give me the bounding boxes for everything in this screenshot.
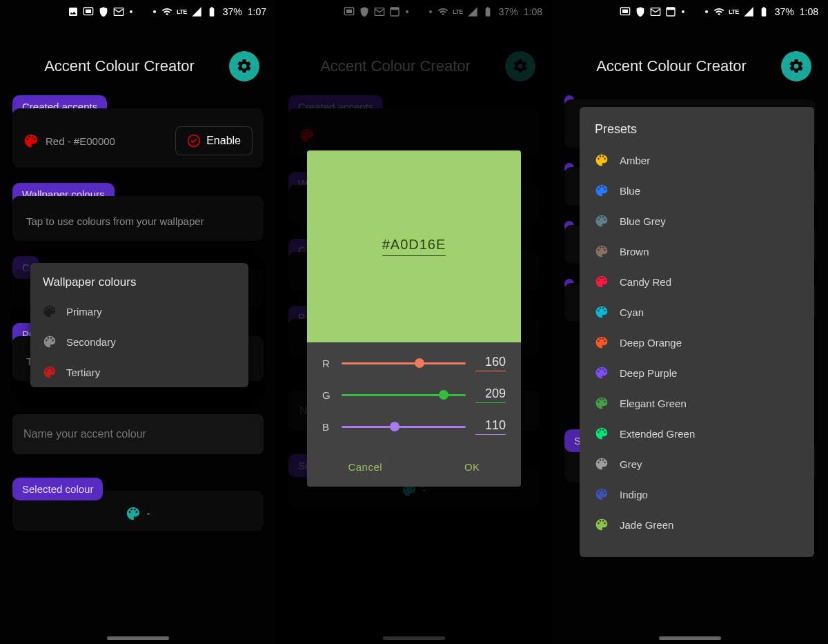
g-value[interactable]: 209	[475, 387, 506, 403]
preset-label: Deep Purple	[620, 367, 677, 379]
preset-label: Amber	[620, 155, 650, 166]
palette-icon	[595, 396, 609, 410]
palette-icon	[595, 184, 609, 197]
preset-label: Deep Orange	[620, 337, 682, 349]
ok-button[interactable]: OK	[464, 461, 480, 473]
enable-button[interactable]: Enable	[175, 126, 253, 155]
image-icon	[68, 6, 79, 17]
overflow-dot-icon	[682, 10, 684, 13]
preset-label: Indigo	[620, 489, 648, 500]
palette-icon	[595, 518, 609, 531]
page-title: Accent Colour Creator	[569, 57, 774, 75]
app-header: Accent Colour Creator	[0, 23, 276, 95]
r-value[interactable]: 160	[475, 355, 506, 371]
dot-icon	[705, 10, 708, 13]
preset-item[interactable]: Grey	[580, 449, 814, 479]
preset-item[interactable]: Blue	[580, 175, 814, 206]
mail-icon	[113, 6, 124, 17]
preset-label: Extended Green	[620, 428, 695, 440]
lte-label: LTE	[729, 8, 739, 15]
preset-item[interactable]: Indigo	[580, 479, 814, 509]
status-bar: LTE 37% 1:08	[552, 0, 828, 23]
color-picker-dialog: #A0D16E R 160 G 209 B 110 Cancel OK	[307, 150, 521, 487]
preset-item[interactable]: Deep Purple	[580, 358, 814, 388]
status-bar: LTE 37% 1:07	[0, 0, 276, 23]
battery-percent: 37%	[775, 6, 794, 17]
preset-item[interactable]: Blue Grey	[580, 206, 814, 236]
slider-row-g: G 209	[322, 387, 506, 403]
settings-button[interactable]	[781, 51, 811, 81]
palette-icon	[595, 335, 609, 349]
presets-sheet: Presets AmberBlueBlue GreyBrownCandy Red…	[580, 107, 814, 557]
palette-icon	[43, 304, 57, 318]
mail-icon	[650, 6, 661, 17]
preset-item[interactable]: Jade Green	[580, 509, 814, 540]
clock: 1:08	[800, 6, 818, 17]
battery-percent: 37%	[223, 6, 242, 17]
app-header: Accent Colour Creator	[552, 23, 828, 95]
palette-icon	[595, 275, 609, 289]
g-slider[interactable]	[342, 394, 466, 396]
palette-icon	[595, 214, 609, 228]
wallpaper-option-tertiary[interactable]: Tertiary	[30, 357, 248, 387]
nav-handle[interactable]	[107, 636, 169, 640]
cancel-button[interactable]: Cancel	[348, 461, 382, 473]
wifi-icon	[713, 6, 724, 17]
wifi-icon	[161, 6, 172, 17]
cast-icon	[620, 6, 631, 17]
slider-row-r: R 160	[322, 355, 506, 371]
wallpaper-card[interactable]: Tap to use colours from your wallpaper	[12, 196, 264, 241]
preset-label: Jade Green	[620, 519, 673, 531]
overflow-dot-icon	[130, 10, 132, 13]
preset-item[interactable]: Amber	[580, 145, 814, 175]
palette-icon	[595, 457, 609, 471]
preset-label: Blue Grey	[620, 215, 666, 227]
shield-icon	[635, 6, 646, 17]
g-label: G	[322, 389, 332, 401]
preset-label: Elegant Green	[620, 398, 687, 409]
wallpaper-option-primary[interactable]: Primary	[30, 296, 248, 326]
palette-icon	[595, 153, 609, 167]
hex-value[interactable]: #A0D16E	[382, 237, 446, 256]
accent-name-input[interactable]	[12, 414, 264, 454]
palette-icon	[595, 427, 609, 440]
wallpaper-option-secondary[interactable]: Secondary	[30, 326, 248, 357]
b-slider[interactable]	[342, 426, 466, 428]
phone-screen-3: LTE 37% 1:08 Accent Colour Creator Selec…	[552, 0, 828, 644]
preset-item[interactable]: Deep Orange	[580, 327, 814, 358]
color-swatch[interactable]: #A0D16E	[307, 150, 521, 342]
preset-item[interactable]: Elegant Green	[580, 388, 814, 418]
preset-item[interactable]: Extended Green	[580, 418, 814, 449]
wallpaper-popup: Wallpaper colours Primary Secondary Tert…	[30, 263, 248, 387]
r-slider[interactable]	[342, 362, 466, 364]
palette-icon	[595, 366, 609, 380]
gear-icon	[236, 58, 253, 75]
palette-icon	[43, 365, 57, 379]
preset-item[interactable]: Cyan	[580, 297, 814, 327]
signal-icon	[743, 6, 754, 17]
preset-item[interactable]: Brown	[580, 236, 814, 266]
preset-item[interactable]: Candy Red	[580, 266, 814, 297]
check-icon	[187, 134, 201, 148]
b-value[interactable]: 110	[475, 418, 506, 435]
settings-button[interactable]	[229, 51, 259, 81]
phone-screen-2: LTE 37% 1:08 Accent Colour Creator Creat…	[276, 0, 552, 644]
chip-selected-colour: Selected colour	[12, 478, 103, 500]
preset-label: Candy Red	[620, 276, 671, 288]
created-accent-card[interactable]: Red - #E00000 Enable	[12, 108, 264, 168]
shield-icon	[98, 6, 109, 17]
palette-icon	[595, 244, 609, 258]
lte-label: LTE	[177, 8, 187, 15]
clock: 1:07	[248, 6, 266, 17]
preset-label: Brown	[620, 246, 649, 257]
slider-row-b: B 110	[322, 418, 506, 435]
popup-title: Wallpaper colours	[30, 263, 248, 296]
selected-value: -	[146, 507, 150, 520]
palette-icon	[595, 305, 609, 319]
nav-handle[interactable]	[659, 636, 721, 640]
b-label: B	[322, 421, 332, 433]
page-title: Accent Colour Creator	[17, 57, 222, 75]
palette-icon	[126, 506, 141, 521]
accent-name: Red - #E00000	[46, 135, 115, 147]
phone-screen-1: LTE 37% 1:07 Accent Colour Creator Creat…	[0, 0, 276, 644]
